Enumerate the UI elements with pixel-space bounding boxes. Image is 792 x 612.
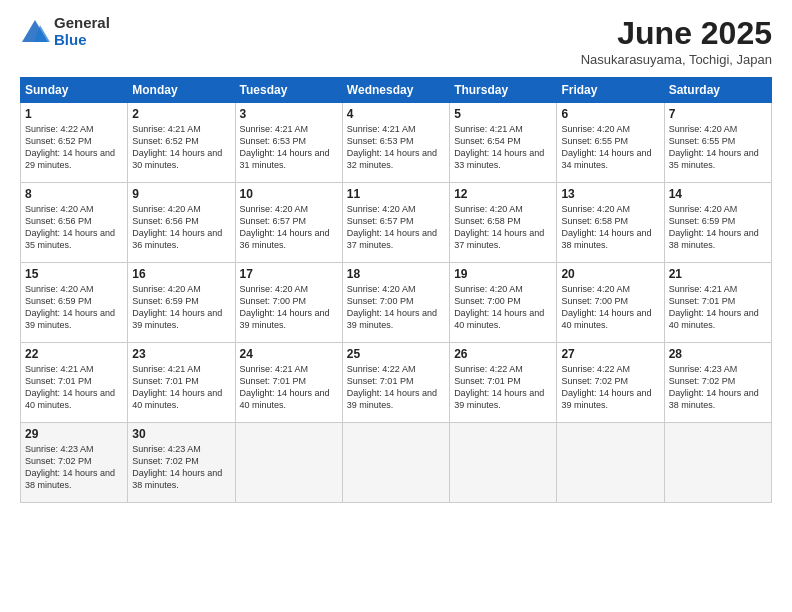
day-info: Sunrise: 4:20 AMSunset: 7:00 PMDaylight:… [561,284,651,330]
day-number: 18 [347,267,445,281]
day-number: 11 [347,187,445,201]
calendar-page: General Blue June 2025 Nasukarasuyama, T… [0,0,792,612]
day-number: 20 [561,267,659,281]
table-row: 5 Sunrise: 4:21 AMSunset: 6:54 PMDayligh… [450,103,557,183]
day-number: 16 [132,267,230,281]
day-info: Sunrise: 4:20 AMSunset: 6:55 PMDaylight:… [669,124,759,170]
day-number: 4 [347,107,445,121]
table-row: 12 Sunrise: 4:20 AMSunset: 6:58 PMDaylig… [450,183,557,263]
day-info: Sunrise: 4:22 AMSunset: 7:01 PMDaylight:… [454,364,544,410]
calendar-week-row: 29 Sunrise: 4:23 AMSunset: 7:02 PMDaylig… [21,423,772,503]
header-saturday: Saturday [664,78,771,103]
table-row: 1 Sunrise: 4:22 AMSunset: 6:52 PMDayligh… [21,103,128,183]
day-number: 30 [132,427,230,441]
table-row: 11 Sunrise: 4:20 AMSunset: 6:57 PMDaylig… [342,183,449,263]
header: General Blue June 2025 Nasukarasuyama, T… [20,15,772,67]
day-info: Sunrise: 4:21 AMSunset: 6:52 PMDaylight:… [132,124,222,170]
table-row: 13 Sunrise: 4:20 AMSunset: 6:58 PMDaylig… [557,183,664,263]
table-row: 2 Sunrise: 4:21 AMSunset: 6:52 PMDayligh… [128,103,235,183]
day-number: 9 [132,187,230,201]
table-row [450,423,557,503]
calendar-week-row: 15 Sunrise: 4:20 AMSunset: 6:59 PMDaylig… [21,263,772,343]
day-number: 5 [454,107,552,121]
day-number: 7 [669,107,767,121]
header-thursday: Thursday [450,78,557,103]
day-number: 29 [25,427,123,441]
table-row: 9 Sunrise: 4:20 AMSunset: 6:56 PMDayligh… [128,183,235,263]
day-number: 27 [561,347,659,361]
weekday-header-row: Sunday Monday Tuesday Wednesday Thursday… [21,78,772,103]
table-row: 17 Sunrise: 4:20 AMSunset: 7:00 PMDaylig… [235,263,342,343]
day-number: 28 [669,347,767,361]
table-row [557,423,664,503]
table-row: 15 Sunrise: 4:20 AMSunset: 6:59 PMDaylig… [21,263,128,343]
day-info: Sunrise: 4:20 AMSunset: 6:59 PMDaylight:… [669,204,759,250]
day-info: Sunrise: 4:21 AMSunset: 7:01 PMDaylight:… [669,284,759,330]
day-number: 13 [561,187,659,201]
day-number: 24 [240,347,338,361]
day-info: Sunrise: 4:20 AMSunset: 6:59 PMDaylight:… [132,284,222,330]
table-row: 23 Sunrise: 4:21 AMSunset: 7:01 PMDaylig… [128,343,235,423]
table-row: 20 Sunrise: 4:20 AMSunset: 7:00 PMDaylig… [557,263,664,343]
table-row: 19 Sunrise: 4:20 AMSunset: 7:00 PMDaylig… [450,263,557,343]
table-row: 18 Sunrise: 4:20 AMSunset: 7:00 PMDaylig… [342,263,449,343]
day-info: Sunrise: 4:22 AMSunset: 6:52 PMDaylight:… [25,124,115,170]
table-row: 4 Sunrise: 4:21 AMSunset: 6:53 PMDayligh… [342,103,449,183]
day-number: 25 [347,347,445,361]
day-info: Sunrise: 4:20 AMSunset: 6:57 PMDaylight:… [347,204,437,250]
logo-blue: Blue [54,32,110,49]
header-tuesday: Tuesday [235,78,342,103]
calendar-week-row: 8 Sunrise: 4:20 AMSunset: 6:56 PMDayligh… [21,183,772,263]
day-number: 26 [454,347,552,361]
day-info: Sunrise: 4:20 AMSunset: 6:58 PMDaylight:… [561,204,651,250]
day-info: Sunrise: 4:21 AMSunset: 7:01 PMDaylight:… [240,364,330,410]
table-row [664,423,771,503]
table-row: 21 Sunrise: 4:21 AMSunset: 7:01 PMDaylig… [664,263,771,343]
table-row [342,423,449,503]
table-row: 28 Sunrise: 4:23 AMSunset: 7:02 PMDaylig… [664,343,771,423]
table-row: 25 Sunrise: 4:22 AMSunset: 7:01 PMDaylig… [342,343,449,423]
header-friday: Friday [557,78,664,103]
logo-general: General [54,15,110,32]
logo-text: General Blue [54,15,110,48]
calendar-week-row: 1 Sunrise: 4:22 AMSunset: 6:52 PMDayligh… [21,103,772,183]
table-row: 3 Sunrise: 4:21 AMSunset: 6:53 PMDayligh… [235,103,342,183]
day-info: Sunrise: 4:23 AMSunset: 7:02 PMDaylight:… [132,444,222,490]
calendar-week-row: 22 Sunrise: 4:21 AMSunset: 7:01 PMDaylig… [21,343,772,423]
table-row: 24 Sunrise: 4:21 AMSunset: 7:01 PMDaylig… [235,343,342,423]
table-row: 27 Sunrise: 4:22 AMSunset: 7:02 PMDaylig… [557,343,664,423]
day-info: Sunrise: 4:21 AMSunset: 7:01 PMDaylight:… [25,364,115,410]
header-wednesday: Wednesday [342,78,449,103]
day-number: 8 [25,187,123,201]
day-number: 17 [240,267,338,281]
day-number: 14 [669,187,767,201]
day-info: Sunrise: 4:23 AMSunset: 7:02 PMDaylight:… [25,444,115,490]
day-number: 2 [132,107,230,121]
logo-icon [20,17,50,47]
day-number: 23 [132,347,230,361]
month-title: June 2025 [581,15,772,52]
table-row: 22 Sunrise: 4:21 AMSunset: 7:01 PMDaylig… [21,343,128,423]
table-row: 26 Sunrise: 4:22 AMSunset: 7:01 PMDaylig… [450,343,557,423]
day-number: 1 [25,107,123,121]
day-info: Sunrise: 4:20 AMSunset: 7:00 PMDaylight:… [454,284,544,330]
day-info: Sunrise: 4:21 AMSunset: 6:53 PMDaylight:… [347,124,437,170]
day-info: Sunrise: 4:21 AMSunset: 6:54 PMDaylight:… [454,124,544,170]
table-row: 10 Sunrise: 4:20 AMSunset: 6:57 PMDaylig… [235,183,342,263]
day-info: Sunrise: 4:20 AMSunset: 6:55 PMDaylight:… [561,124,651,170]
day-info: Sunrise: 4:21 AMSunset: 6:53 PMDaylight:… [240,124,330,170]
header-sunday: Sunday [21,78,128,103]
table-row: 16 Sunrise: 4:20 AMSunset: 6:59 PMDaylig… [128,263,235,343]
table-row: 6 Sunrise: 4:20 AMSunset: 6:55 PMDayligh… [557,103,664,183]
table-row: 29 Sunrise: 4:23 AMSunset: 7:02 PMDaylig… [21,423,128,503]
day-number: 10 [240,187,338,201]
day-info: Sunrise: 4:20 AMSunset: 7:00 PMDaylight:… [347,284,437,330]
day-info: Sunrise: 4:21 AMSunset: 7:01 PMDaylight:… [132,364,222,410]
day-info: Sunrise: 4:20 AMSunset: 6:56 PMDaylight:… [132,204,222,250]
day-info: Sunrise: 4:20 AMSunset: 7:00 PMDaylight:… [240,284,330,330]
calendar-table: Sunday Monday Tuesday Wednesday Thursday… [20,77,772,503]
day-number: 3 [240,107,338,121]
table-row: 8 Sunrise: 4:20 AMSunset: 6:56 PMDayligh… [21,183,128,263]
day-info: Sunrise: 4:20 AMSunset: 6:56 PMDaylight:… [25,204,115,250]
table-row [235,423,342,503]
